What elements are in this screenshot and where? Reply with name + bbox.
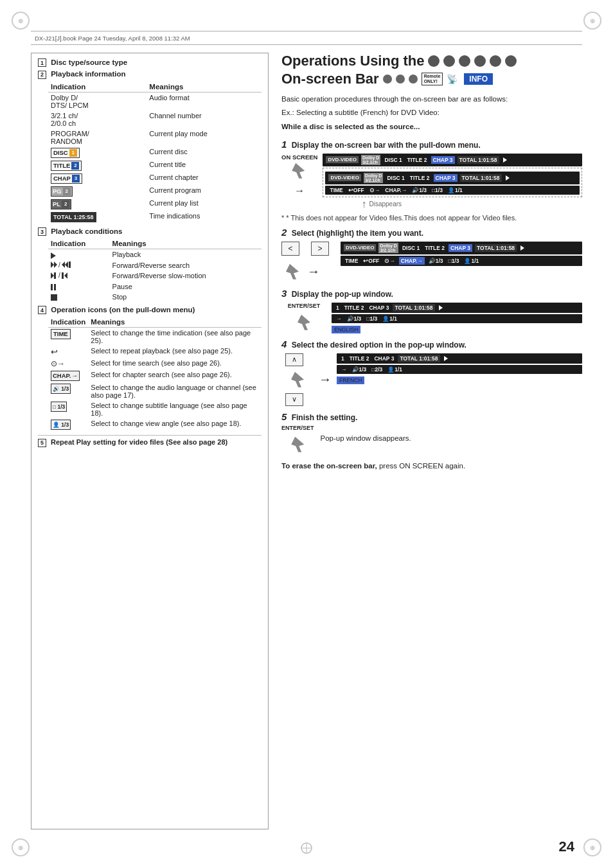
- pause-icon: [51, 284, 56, 290]
- section-2-table: Indication Meanings Dolby D/DTS/ LPCM Au…: [38, 82, 262, 224]
- dvd-bar-step3-row2: → 🔊1/3 □1/3 👤1/1: [332, 314, 582, 323]
- table-row: Dolby D/DTS/ LPCM Audio format: [48, 92, 262, 111]
- antenna-icon: 📡: [447, 74, 458, 84]
- table-row: 🔊 1/3 Select to change the audio languag…: [48, 382, 262, 400]
- step-2-title: 2 Select (highlight) the item you want.: [281, 227, 582, 238]
- enter-set-label-5: ENTER/SET: [281, 425, 314, 431]
- dvd-bar-1: DVD-VIDEO Dolby D3/2.1ch DISC 1 TITLE 2 …: [323, 154, 582, 166]
- left-column: 1 Disc type/source type 2 Playback infor…: [31, 53, 269, 829]
- subtitle-badge: □ 1/3: [51, 402, 67, 412]
- chap-arrow-badge: CHAP.→: [51, 371, 80, 381]
- ops-title-line2: On-screen Bar: [281, 71, 379, 87]
- ops-title-line1: Operations Using the: [281, 53, 424, 69]
- table-row: TITLE 2 Current title: [48, 159, 262, 172]
- popup-lang-english: ENGLISH: [332, 326, 360, 333]
- play-icon: [51, 252, 56, 259]
- main-content: 1 Disc type/source type 2 Playback infor…: [31, 53, 582, 829]
- table-row: Playback: [48, 249, 262, 260]
- table-row: / Forward/Reverse slow-motion: [48, 270, 262, 281]
- section-3: 3 Playback conditions Indication Meaning…: [38, 227, 262, 302]
- dot-sm-3: [409, 75, 418, 84]
- step-4-popup: 1 TITLE 2 CHAP 3 TOTAL 1:01:58 → 🔊1/3 □2…: [337, 353, 582, 384]
- popup-french: FRENCH: [337, 375, 582, 384]
- step-2-content: < > → DVD-VIDEO Dolby D3/2.1ch DISC 1: [281, 242, 582, 283]
- cursor-illustration-2: [281, 261, 303, 283]
- step-3-title: 3 Display the pop-up window.: [281, 288, 582, 299]
- section-2-num: 2: [38, 71, 46, 79]
- section-1-title: Disc type/source type: [51, 58, 127, 66]
- total-badge: TOTAL 1:25:58: [51, 212, 96, 222]
- step-5-desc: Pop-up window disappears.: [321, 433, 411, 444]
- slow-icon: /: [51, 272, 67, 279]
- table-row: / Forward/Reverse search: [48, 260, 262, 271]
- repeat-icon: ↩: [51, 347, 58, 357]
- table-row: DISC 1 Current disc: [48, 146, 262, 159]
- step-2-arrow-row: →: [281, 261, 335, 283]
- table-row: TIME Select to change the time indicatio…: [48, 328, 262, 346]
- ops-title-area: Operations Using the On-screen Bar Remot…: [281, 53, 582, 87]
- nav-down-btn[interactable]: ∨: [285, 393, 303, 406]
- enter-set-label-3: ENTER/SET: [288, 303, 321, 309]
- disc-badge: DISC 1: [51, 148, 80, 158]
- step-1-arrow: →: [294, 185, 305, 197]
- step-3-popup: 1 TITLE 2 CHAP 3 TOTAL 1:01:58 → 🔊1/3 □1…: [332, 303, 582, 333]
- dot-6: [505, 55, 517, 67]
- right-column: Operations Using the On-screen Bar Remot…: [281, 53, 582, 829]
- disappears-label: ↑ Disappears: [323, 199, 582, 210]
- section-5-title: Repeat Play setting for video files (See…: [51, 438, 227, 446]
- dot-5: [490, 55, 501, 67]
- step-2: 2 Select (highlight) the item you want. …: [281, 227, 582, 283]
- table-row: □ 1/3 Select to change subtitle language…: [48, 400, 262, 418]
- section-4-table: Indication Meanings TIME Select to chang…: [38, 317, 262, 431]
- step-1: 1 Display the on-screen bar with the pul…: [281, 139, 582, 222]
- popup-lang-french: FRENCH: [337, 376, 364, 384]
- section-3-num: 3: [38, 227, 46, 236]
- dot-sm-2: [396, 75, 405, 84]
- step-3-content: ENTER/SET 1 TITLE 2 CHAP 3 TOTAL 1:01:58: [281, 303, 582, 333]
- table-row: Pause: [48, 281, 262, 292]
- nav-up-btn[interactable]: ∧: [285, 353, 303, 366]
- dot-2: [443, 55, 455, 67]
- table-row: PG 2 Current program: [48, 185, 262, 198]
- nav-right-btn[interactable]: >: [311, 242, 329, 256]
- table-row: ↩ Select to repeat playback (see also pa…: [48, 346, 262, 358]
- col-meanings: Meanings: [147, 82, 262, 93]
- step-2-bar: DVD-VIDEO Dolby D3/2.1ch DISC 1 TITLE 2 …: [341, 242, 582, 266]
- dot-sm-1: [383, 75, 392, 84]
- step-5: 5 Finish the setting. ENTER/SET Pop-up w…: [281, 411, 582, 456]
- cursor-illustration-3: [293, 312, 315, 333]
- erase-text: To erase the on-screen bar, press ON SCR…: [281, 462, 582, 470]
- section-2: 2 Playback information Indication Meanin…: [38, 70, 262, 223]
- step-5-content: ENTER/SET Pop-up window disappears.: [281, 425, 582, 456]
- timesearch-icon: ⊙→: [51, 359, 65, 368]
- pl-badge: PL 2: [51, 199, 71, 209]
- cursor-illustration: [289, 162, 310, 184]
- step-4-title: 4 Select the desired option in the pop-u…: [281, 339, 582, 350]
- table-row: CHAP 3 Current chapter: [48, 172, 262, 185]
- section-2-title: Playback information: [51, 70, 125, 78]
- table-row: PROGRAM/RANDOM Current play mode: [48, 128, 262, 146]
- nav-left-btn[interactable]: <: [281, 242, 299, 256]
- dashed-container: DVD-VIDEO Dolby D3/2.1ch DISC 1 TITLE 2 …: [323, 168, 582, 197]
- col-indication-4: Indication: [48, 317, 88, 328]
- header-file-info: DX-J21[J].book Page 24 Tuesday, April 8,…: [35, 35, 190, 42]
- dvd-bar-step2-row2: TIME ↩OFF ⊙→ CHAP.→ 🔊1/3 □1/3 👤1/1: [341, 256, 582, 266]
- table-row: TOTAL 1:25:58 Time indications: [48, 211, 262, 224]
- step-4-content: ∧ ∨ → 1 TITLE 2 CHAP 3 TOTAL 1:01:58: [281, 353, 582, 406]
- step-2-nav: < > →: [281, 242, 335, 283]
- step-3: 3 Display the pop-up window. ENTER/SET 1…: [281, 288, 582, 333]
- step-1-bars: DVD-VIDEO Dolby D3/2.1ch DISC 1 TITLE 2 …: [323, 154, 582, 210]
- step-1-title: 1 Display the on-screen bar with the pul…: [281, 139, 582, 150]
- corner-mark-tr: ⊕: [583, 12, 601, 30]
- corner-mark-bl: ⊕: [12, 838, 30, 856]
- table-row: 3/2.1 ch/2/0.0 ch Channel number: [48, 111, 262, 128]
- corner-mark-tl: ⊕: [12, 12, 30, 30]
- chap-badge: CHAP 3: [51, 173, 82, 184]
- section-5: 5 Repeat Play setting for video files (S…: [38, 435, 262, 447]
- dvd-bar-step4: 1 TITLE 2 CHAP 3 TOTAL 1:01:58: [337, 353, 582, 364]
- info-badge: INFO: [464, 73, 493, 85]
- section-5-num: 5: [38, 439, 46, 447]
- col-meanings-3: Meanings: [110, 238, 262, 249]
- table-row: ⊙→ Select for time search (see also page…: [48, 358, 262, 369]
- section-4-num: 4: [38, 306, 46, 314]
